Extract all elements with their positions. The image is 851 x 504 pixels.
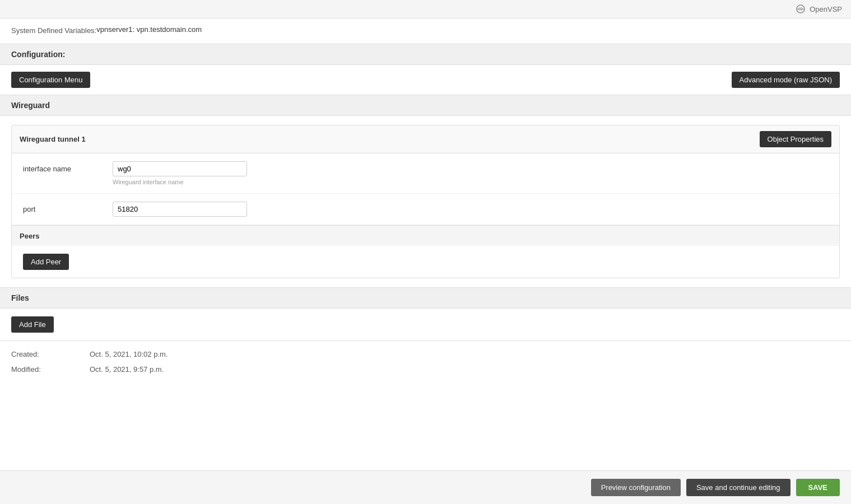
brand-icon <box>795 4 806 13</box>
config-section-title: Configuration: <box>11 50 65 59</box>
add-file-button[interactable]: Add File <box>11 316 54 333</box>
sys-vars-label: System Defined Variables: <box>11 25 96 35</box>
top-bar: OpenVSP <box>0 0 851 18</box>
preview-config-button[interactable]: Preview configuration <box>591 479 681 496</box>
files-section-header: Files <box>0 287 851 309</box>
created-label: Created: <box>11 350 90 358</box>
peers-section: Peers <box>12 225 839 246</box>
port-label: port <box>23 202 113 213</box>
peers-body: Add Peer <box>12 246 839 278</box>
files-title: Files <box>11 293 29 302</box>
save-button[interactable]: SAVE <box>796 479 840 496</box>
files-body: Add File <box>0 309 851 341</box>
created-row: Created: Oct. 5, 2021, 10:02 p.m. <box>11 350 840 358</box>
tunnel-card-title: Wireguard tunnel 1 <box>20 135 86 143</box>
config-buttons-row: Configuration Menu Advanced mode (raw JS… <box>0 65 851 95</box>
tunnel-card: Wireguard tunnel 1 Object Properties int… <box>11 125 840 278</box>
page-wrapper: OpenVSP System Defined Variables: vpnser… <box>0 0 851 504</box>
brand-label: OpenVSP <box>810 5 842 13</box>
port-input[interactable] <box>113 202 247 217</box>
advanced-mode-button[interactable]: Advanced mode (raw JSON) <box>732 72 840 88</box>
save-continue-button[interactable]: Save and continue editing <box>686 479 790 496</box>
wireguard-title: Wireguard <box>11 101 50 110</box>
interface-name-input[interactable] <box>113 161 247 176</box>
modified-value: Oct. 5, 2021, 9:57 p.m. <box>90 365 164 374</box>
object-properties-button[interactable]: Object Properties <box>760 131 831 147</box>
config-menu-button[interactable]: Configuration Menu <box>11 72 90 88</box>
interface-name-label: interface name <box>23 161 113 173</box>
config-section-header: Configuration: <box>0 44 851 65</box>
interface-name-field: Wireguard interface name <box>113 161 247 185</box>
sys-vars-value: vpnserver1: vpn.testdomain.com <box>96 25 202 34</box>
sys-vars-row: System Defined Variables: vpnserver1: vp… <box>0 18 851 41</box>
interface-name-row: interface name Wireguard interface name <box>12 153 839 194</box>
brand-logo: OpenVSP <box>795 4 842 13</box>
add-peer-button[interactable]: Add Peer <box>23 254 69 270</box>
port-row: port <box>12 194 839 225</box>
modified-label: Modified: <box>11 365 90 374</box>
peers-title: Peers <box>20 232 39 240</box>
metadata-rows: Created: Oct. 5, 2021, 10:02 p.m. Modifi… <box>0 341 851 389</box>
modified-row: Modified: Oct. 5, 2021, 9:57 p.m. <box>11 365 840 374</box>
port-field <box>113 202 247 217</box>
wireguard-section-header: Wireguard <box>0 95 851 116</box>
bottom-action-bar: Preview configuration Save and continue … <box>0 470 851 504</box>
tunnel-card-header: Wireguard tunnel 1 Object Properties <box>12 125 839 153</box>
interface-name-hint: Wireguard interface name <box>113 179 247 185</box>
created-value: Oct. 5, 2021, 10:02 p.m. <box>90 350 168 358</box>
